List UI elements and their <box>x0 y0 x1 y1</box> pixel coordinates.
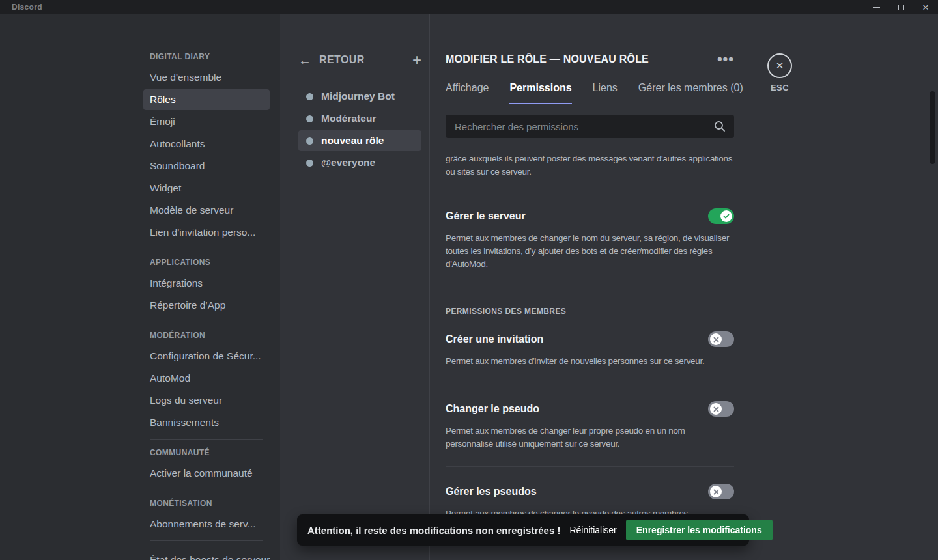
server-settings-window: DIGITAL DIARY Vue d'ensemble Rôles Émoji… <box>0 14 938 560</box>
role-editor: MODIFIER LE RÔLE — NOUVEAU RÔLE ••• Affi… <box>430 14 938 560</box>
reset-button[interactable]: Réinitialiser <box>560 525 625 535</box>
settings-nav: DIGITAL DIARY Vue d'ensemble Rôles Émoji… <box>143 52 270 560</box>
divider <box>150 490 263 490</box>
permissions-search <box>446 115 734 138</box>
close-icon[interactable]: ✕ <box>920 2 931 12</box>
toggle-knob <box>710 486 722 497</box>
divider <box>150 540 263 541</box>
section-header-moderation: MODÉRATION <box>143 331 270 340</box>
perm-row-creer-une-invitation: Créer une invitation Permet aux membres … <box>446 316 734 384</box>
role-item-midjourney-bot[interactable]: Midjourney Bot <box>298 86 421 107</box>
permission-description: Permet aux membres de changer le nom du … <box>446 232 734 271</box>
permission-description: Permet aux membres d'inviter de nouvelle… <box>446 355 734 368</box>
back-arrow-icon[interactable]: ← <box>298 53 311 66</box>
sidebar-item-logs-serveur[interactable]: Logs du serveur <box>143 390 270 411</box>
sidebar-item-repertoire-app[interactable]: Répertoire d’App <box>143 295 270 316</box>
unsaved-changes-bar: Attention, il reste des modifications no… <box>297 514 749 546</box>
x-icon <box>713 406 719 412</box>
permission-name: Gérer les pseudos <box>446 486 537 497</box>
divider <box>150 439 263 440</box>
add-role-icon[interactable]: + <box>412 52 421 68</box>
back-button[interactable]: RETOUR <box>319 54 365 66</box>
role-name: nouveau rôle <box>321 135 384 147</box>
sidebar-item-roles[interactable]: Rôles <box>143 89 270 110</box>
more-options-icon[interactable]: ••• <box>717 56 734 63</box>
sidebar-item-emoji[interactable]: Émoji <box>143 111 270 132</box>
section-header-applications: APPLICATIONS <box>143 258 270 267</box>
permission-name: Créer une invitation <box>446 333 543 345</box>
content-scrollbar <box>929 14 936 560</box>
role-name: Midjourney Bot <box>321 91 395 102</box>
toggle-gerer-les-pseudos[interactable] <box>708 484 734 499</box>
page-title: MODIFIER LE RÔLE — NOUVEAU RÔLE <box>446 53 649 65</box>
tab-liens[interactable]: Liens <box>593 82 618 104</box>
divider <box>150 322 263 322</box>
x-icon <box>713 337 719 343</box>
minimize-icon[interactable] <box>870 2 882 12</box>
role-color-dot <box>306 115 313 122</box>
roles-panel-header: ← RETOUR + <box>298 52 421 68</box>
role-item-everyone[interactable]: @everyone <box>298 152 421 173</box>
sidebar-item-lien-invitation[interactable]: Lien d'invitation perso... <box>143 222 270 243</box>
sidebar-item-soundboard[interactable]: Soundboard <box>143 156 270 176</box>
section-header-monetisation: MONÉTISATION <box>143 499 270 508</box>
sidebar-item-widget[interactable]: Widget <box>143 178 270 199</box>
roles-list: Midjourney Bot Modérateur nouveau rôle @… <box>298 86 421 173</box>
app-title: Discord <box>12 3 42 12</box>
permission-name: Changer le pseudo <box>446 403 539 415</box>
sidebar-item-config-securite[interactable]: Configuration de Sécur... <box>143 346 270 367</box>
tab-permissions[interactable]: Permissions <box>509 82 571 104</box>
perm-row-changer-le-pseudo: Changer le pseudo Permet aux membres de … <box>446 384 734 467</box>
toggle-knob <box>710 333 722 345</box>
sidebar-item-automod[interactable]: AutoMod <box>143 368 270 389</box>
search-icon <box>713 120 726 133</box>
role-item-nouveau-role[interactable]: nouveau rôle <box>298 130 421 151</box>
unsaved-changes-message: Attention, il reste des modifications no… <box>307 525 560 536</box>
toggle-creer-une-invitation[interactable] <box>708 331 734 347</box>
check-icon <box>723 213 730 219</box>
scrollbar-thumb[interactable] <box>930 91 935 164</box>
window-controls: ✕ <box>870 2 931 12</box>
permission-description-partial: grâce auxquels ils peuvent poster des me… <box>446 147 734 191</box>
server-name-header: DIGITAL DIARY <box>143 52 270 61</box>
sidebar-item-boosts-serveur[interactable]: État des boosts de serveur <box>143 550 270 560</box>
search-input[interactable] <box>453 120 708 133</box>
toggle-changer-le-pseudo[interactable] <box>708 401 734 417</box>
role-name: Modérateur <box>321 113 376 124</box>
sidebar-item-bannissements[interactable]: Bannissements <box>143 412 270 433</box>
esc-control: ✕ ESC <box>761 53 799 92</box>
close-settings-button[interactable]: ✕ <box>767 53 792 78</box>
toggle-gerer-le-serveur[interactable] <box>708 208 734 224</box>
role-color-dot <box>306 160 313 167</box>
esc-label: ESC <box>761 83 799 92</box>
section-header-communaute: COMMUNAUTÉ <box>143 448 270 457</box>
titlebar: Discord ✕ <box>0 0 938 14</box>
role-item-moderateur[interactable]: Modérateur <box>298 108 421 129</box>
maximize-icon[interactable] <box>895 2 907 12</box>
toggle-knob <box>710 403 722 415</box>
sidebar-item-abonnements[interactable]: Abonnements de serv... <box>143 514 270 535</box>
section-header-permissions-membres: PERMISSIONS DES MEMBRES <box>446 307 734 316</box>
toggle-knob <box>720 210 732 222</box>
settings-sidebar: DIGITAL DIARY Vue d'ensemble Rôles Émoji… <box>0 14 280 560</box>
perm-row-gerer-le-serveur: Gérer le serveur Permet aux membres de c… <box>446 191 734 287</box>
sidebar-item-integrations[interactable]: Intégrations <box>143 273 270 294</box>
divider <box>150 249 263 249</box>
save-changes-button[interactable]: Enregistrer les modifications <box>626 520 773 540</box>
sidebar-item-vue-densemble[interactable]: Vue d'ensemble <box>143 67 270 88</box>
tab-affichage[interactable]: Affichage <box>446 82 489 104</box>
role-name: @everyone <box>321 157 375 169</box>
close-x-icon: ✕ <box>776 60 784 72</box>
x-icon <box>713 489 719 495</box>
sidebar-item-modele-de-serveur[interactable]: Modèle de serveur <box>143 200 270 221</box>
sidebar-item-activer-communaute[interactable]: Activer la communauté <box>143 463 270 484</box>
role-color-dot <box>306 93 313 100</box>
permission-name: Gérer le serveur <box>446 210 526 222</box>
roles-panel: ← RETOUR + Midjourney Bot Modérateur nou… <box>280 14 430 560</box>
role-color-dot <box>306 137 313 145</box>
tab-gerer-les-membres[interactable]: Gérer les membres (0) <box>638 82 743 104</box>
sidebar-item-autocollants[interactable]: Autocollants <box>143 133 270 154</box>
permission-description: Permet aux membres de changer leur propr… <box>446 425 734 451</box>
editor-tabs: Affichage Permissions Liens Gérer les me… <box>446 82 734 104</box>
